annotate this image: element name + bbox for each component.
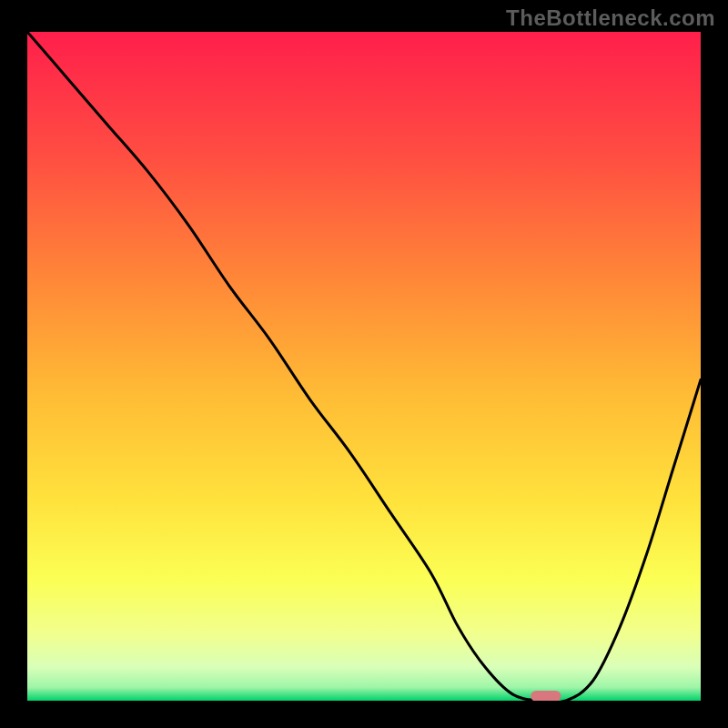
gradient-background — [27, 32, 701, 701]
chart-frame: TheBottleneck.com — [0, 0, 728, 728]
chart-svg — [27, 32, 701, 701]
optimum-marker — [531, 691, 561, 701]
watermark-text: TheBottleneck.com — [506, 5, 715, 31]
plot-area — [27, 32, 701, 701]
